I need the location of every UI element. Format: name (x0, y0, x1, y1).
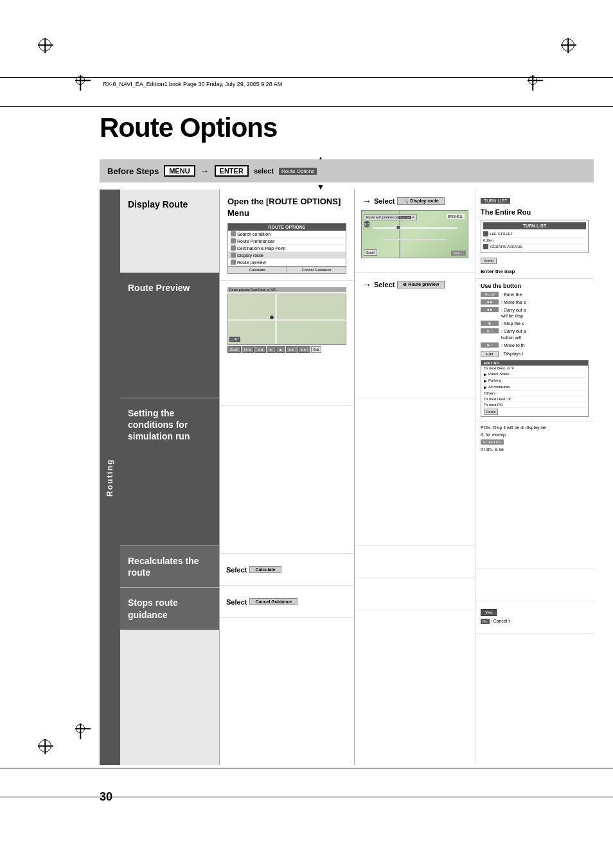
calculate-btn[interactable]: Calculate (228, 267, 287, 273)
far-stops: Yes No : Cancel t (475, 601, 594, 633)
header-line-top (0, 77, 613, 78)
header-line-bottom (0, 106, 613, 107)
entire-route-heading: The Entire Rou (481, 208, 531, 216)
route-options-badge: Route Options (279, 168, 317, 175)
btn-item-stop: ■ : Stop the s (481, 321, 589, 326)
far-display-route: TURN LIST The Entire Rou TURN LIST HIE S… (475, 190, 594, 279)
turn-list-badge: TURN LIST (481, 198, 510, 204)
btn-item-carryout: ◄► : Carry out awill be disp (481, 307, 589, 319)
select-route-preview[interactable]: Select ⊕ Route preview (374, 281, 445, 288)
routing-sidebar: Routing (100, 190, 120, 765)
open-route-title: Open the [ROUTE OPTIONS] Menu (227, 196, 346, 219)
turn-label-0: HIE STREET (490, 232, 513, 236)
play-ctrl[interactable]: ► (267, 346, 276, 353)
move-btn-label: ◄► (481, 299, 499, 305)
cancel-guidance-box: Cancel Guidance (249, 598, 298, 605)
far-route-preview: Use the button Scroll : Enter the ◄► : M… (475, 279, 594, 421)
carryout-btn-label: ◄► (481, 307, 499, 312)
edit-row-0: To next Best. or V (481, 366, 588, 371)
delete-btn[interactable]: Delete (484, 409, 498, 415)
scroll-btn-label: Scroll (481, 292, 499, 297)
right-panel: → Select 🔍 Display route BRISHELL Time ↑… (355, 190, 475, 765)
item-label-2: Destination & Map Point (237, 246, 285, 251)
route-options-item-1: Route Preferences (228, 238, 346, 245)
right-route-preview: → Select ⊕ Route preview (355, 273, 475, 398)
skip-ctrl[interactable]: |◄◄ (242, 346, 254, 353)
search-icon (231, 231, 236, 236)
stop-ctrl[interactable]: ■ (276, 346, 285, 353)
yes-no-btns: Yes (481, 609, 589, 616)
simulation-title: Setting the conditions for simulation ru… (128, 407, 211, 443)
next-ctrl[interactable]: ►►| (298, 346, 310, 353)
middle-simulation (220, 406, 354, 554)
prefs-icon (231, 238, 236, 244)
edit-row-3: ▶ All restauran (481, 384, 588, 391)
edit-label-1: Patrol Statio (488, 372, 510, 376)
select-label-stops: Select (226, 598, 247, 606)
reg-mark-bottom-left (39, 740, 51, 752)
edit-arrow-2: ▶ (484, 378, 487, 383)
turn-label-1: 0.2km (483, 238, 493, 242)
edit-label-6: To next PO (484, 403, 503, 407)
move-btn-desc: : Move the s (501, 299, 526, 305)
bottom-line2 (0, 797, 613, 797)
scroll-ctrl[interactable]: Scroll (227, 346, 241, 353)
edit-arrow-3: ▶ (484, 385, 487, 389)
route-preview-title: Route Preview (128, 282, 211, 294)
page-number: 30 (100, 790, 112, 804)
display-icon (231, 252, 236, 258)
turn-label-2: CEDARS AVENUE (490, 245, 523, 249)
turn-item-0: HIE STREET (483, 231, 586, 238)
section-recalculates: Recalculates the route (120, 546, 219, 588)
right-display-route: → Select 🔍 Display route BRISHELL Time ↑… (355, 190, 475, 273)
before-steps-label: Before Steps (107, 166, 159, 176)
route-prev-bar: Route preview Next Dest. or NP1 (227, 287, 346, 292)
edit-row-4: Others (481, 391, 588, 396)
select-text: select (254, 167, 274, 175)
no-btn: No (481, 619, 490, 624)
edit-label-3: All restauran (488, 385, 510, 389)
edit-btn-label: Edit (481, 351, 499, 357)
route-options-menu: ROUTE OPTIONS Search condition Route Pre… (227, 223, 346, 274)
select-cancel[interactable]: Select Cancel Guidance (226, 598, 298, 606)
route-prev-controls: Scroll |◄◄ ◄◄ ► ■ ►► ►►| Edit (227, 346, 346, 353)
moveto-btn-desc: : Move to th (501, 342, 525, 348)
route-options-item-4[interactable]: Route preview (228, 259, 346, 266)
rew-ctrl[interactable]: ◄◄ (254, 346, 266, 353)
use-button-heading: Use the button (481, 283, 589, 289)
to-next-po-btn[interactable]: To next PO (481, 439, 504, 445)
select-calculate[interactable]: Select Calculate (226, 566, 281, 574)
edit-label-0: To next Best. or V (484, 366, 514, 370)
display-route-map: BRISHELL Time ↑↓ Scroll Route with prefe… (361, 210, 468, 258)
select-display-route[interactable]: Select 🔍 Display route (374, 197, 445, 205)
route-options-item-3[interactable]: Display route (228, 252, 346, 259)
route-options-item-2: Destination & Map Point (228, 245, 346, 252)
if-example: If, for examp (481, 432, 589, 437)
turn-list-title: TURN LIST (483, 222, 586, 229)
edit-row-5: To next Dest. of (481, 396, 588, 402)
enter-key: ENTER (215, 165, 249, 177)
left-panel: Display Route Route Preview Setting the … (120, 190, 220, 765)
yes-btn[interactable]: Yes (481, 609, 497, 616)
right-simulation (355, 398, 475, 546)
scroll-btn[interactable]: Scroll (481, 258, 497, 264)
turn-item-1: 0.2km (483, 238, 586, 244)
edit-ctrl[interactable]: Edit (311, 346, 322, 353)
main-content: Routing Display Route Route Preview Sett… (100, 190, 594, 765)
edit-btn-desc: : Displays t (501, 351, 523, 357)
dest-icon (231, 245, 236, 251)
item-label-3: Display route (237, 253, 263, 258)
middle-stops: Select Cancel Guidance (220, 586, 354, 618)
edit-arrow-1: ▶ (484, 372, 487, 376)
far-recalculates (475, 569, 594, 601)
select-label-dr: Select (374, 197, 395, 205)
cancel-guidance-btn[interactable]: Cancel Guidance (287, 267, 346, 273)
fwd-ctrl[interactable]: ►► (286, 346, 298, 353)
no-text: : Cancel t (491, 619, 510, 623)
turn-list-content: TURN LIST HIE STREET 0.2km CEDARS AVENUE (481, 220, 589, 253)
middle-recalculates: Select Calculate (220, 554, 354, 586)
turn-item-2: CEDARS AVENUE (483, 244, 586, 251)
turn-icon-0 (483, 231, 488, 236)
middle-route-preview: Route preview Next Dest. or NP1 LORT Scr… (220, 281, 354, 406)
far-simulation: POIs: Disp it will be di display iter If… (475, 421, 594, 569)
